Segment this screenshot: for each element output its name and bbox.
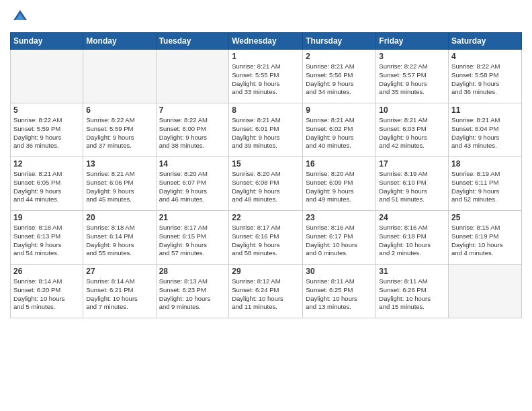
logo-icon (10, 7, 30, 27)
day-info: Sunrise: 8:22 AM Sunset: 6:00 PM Dayligh… (159, 116, 226, 150)
day-number: 25 (451, 213, 519, 222)
week-row-4: 19Sunrise: 8:18 AM Sunset: 6:13 PM Dayli… (11, 211, 522, 265)
day-number: 13 (86, 159, 152, 169)
day-info: Sunrise: 8:22 AM Sunset: 5:59 PM Dayligh… (13, 116, 80, 150)
calendar-cell: 16Sunrise: 8:20 AM Sunset: 6:09 PM Dayli… (303, 157, 376, 211)
day-info: Sunrise: 8:16 AM Sunset: 6:18 PM Dayligh… (379, 224, 445, 258)
day-info: Sunrise: 8:20 AM Sunset: 6:08 PM Dayligh… (232, 170, 300, 204)
calendar-cell: 23Sunrise: 8:16 AM Sunset: 6:17 PM Dayli… (303, 211, 376, 265)
calendar-cell: 21Sunrise: 8:17 AM Sunset: 6:15 PM Dayli… (156, 211, 229, 265)
calendar-cell: 11Sunrise: 8:21 AM Sunset: 6:04 PM Dayli… (449, 103, 522, 157)
calendar-table: SundayMondayTuesdayWednesdayThursdayFrid… (10, 32, 522, 318)
column-header-saturday: Saturday (449, 33, 522, 50)
day-number: 12 (13, 159, 80, 169)
day-number: 17 (379, 159, 445, 169)
day-number: 18 (451, 159, 519, 169)
day-number: 8 (232, 105, 300, 115)
column-header-monday: Monday (83, 33, 156, 50)
day-number: 20 (86, 213, 152, 222)
day-number: 23 (306, 213, 373, 222)
calendar-cell (11, 50, 83, 103)
header (10, 7, 522, 27)
calendar-cell: 4Sunrise: 8:22 AM Sunset: 5:58 PM Daylig… (449, 50, 522, 103)
calendar-cell: 7Sunrise: 8:22 AM Sunset: 6:00 PM Daylig… (156, 103, 229, 157)
calendar-cell: 12Sunrise: 8:21 AM Sunset: 6:05 PM Dayli… (11, 157, 83, 211)
calendar-cell: 5Sunrise: 8:22 AM Sunset: 5:59 PM Daylig… (11, 103, 83, 157)
day-number: 21 (159, 213, 226, 222)
day-number: 1 (232, 52, 300, 61)
week-row-1: 1Sunrise: 8:21 AM Sunset: 5:55 PM Daylig… (11, 50, 522, 103)
column-header-wednesday: Wednesday (229, 33, 303, 50)
calendar-cell: 28Sunrise: 8:13 AM Sunset: 6:23 PM Dayli… (156, 265, 229, 318)
day-number: 24 (379, 213, 445, 222)
column-header-tuesday: Tuesday (156, 33, 229, 50)
day-number: 3 (379, 52, 445, 61)
calendar-cell: 30Sunrise: 8:11 AM Sunset: 6:25 PM Dayli… (303, 265, 376, 318)
day-number: 29 (232, 267, 300, 276)
day-info: Sunrise: 8:20 AM Sunset: 6:09 PM Dayligh… (306, 170, 373, 204)
day-number: 10 (379, 105, 445, 115)
day-info: Sunrise: 8:21 AM Sunset: 5:56 PM Dayligh… (306, 62, 373, 97)
day-info: Sunrise: 8:22 AM Sunset: 5:59 PM Dayligh… (86, 116, 152, 150)
day-info: Sunrise: 8:21 AM Sunset: 6:01 PM Dayligh… (232, 116, 300, 150)
calendar-cell: 17Sunrise: 8:19 AM Sunset: 6:10 PM Dayli… (376, 157, 449, 211)
calendar-cell: 2Sunrise: 8:21 AM Sunset: 5:56 PM Daylig… (303, 50, 376, 103)
day-number: 6 (86, 105, 152, 115)
day-number: 22 (232, 213, 300, 222)
calendar-cell: 24Sunrise: 8:16 AM Sunset: 6:18 PM Dayli… (376, 211, 449, 265)
calendar-cell: 1Sunrise: 8:21 AM Sunset: 5:55 PM Daylig… (229, 50, 303, 103)
day-info: Sunrise: 8:18 AM Sunset: 6:14 PM Dayligh… (86, 224, 152, 258)
logo (10, 7, 33, 27)
calendar-cell: 20Sunrise: 8:18 AM Sunset: 6:14 PM Dayli… (83, 211, 156, 265)
calendar-cell: 25Sunrise: 8:15 AM Sunset: 6:19 PM Dayli… (449, 211, 522, 265)
day-info: Sunrise: 8:22 AM Sunset: 5:57 PM Dayligh… (379, 62, 445, 97)
calendar-cell: 19Sunrise: 8:18 AM Sunset: 6:13 PM Dayli… (11, 211, 83, 265)
day-info: Sunrise: 8:21 AM Sunset: 6:02 PM Dayligh… (306, 116, 373, 150)
day-info: Sunrise: 8:19 AM Sunset: 6:10 PM Dayligh… (379, 170, 445, 204)
calendar-cell: 8Sunrise: 8:21 AM Sunset: 6:01 PM Daylig… (229, 103, 303, 157)
calendar-cell: 6Sunrise: 8:22 AM Sunset: 5:59 PM Daylig… (83, 103, 156, 157)
calendar-cell: 14Sunrise: 8:20 AM Sunset: 6:07 PM Dayli… (156, 157, 229, 211)
day-number: 11 (451, 105, 519, 115)
day-info: Sunrise: 8:11 AM Sunset: 6:25 PM Dayligh… (306, 277, 373, 312)
day-info: Sunrise: 8:14 AM Sunset: 6:21 PM Dayligh… (86, 277, 152, 312)
day-info: Sunrise: 8:22 AM Sunset: 5:58 PM Dayligh… (451, 62, 519, 97)
day-info: Sunrise: 8:21 AM Sunset: 5:55 PM Dayligh… (232, 62, 300, 97)
calendar-cell: 27Sunrise: 8:14 AM Sunset: 6:21 PM Dayli… (83, 265, 156, 318)
day-number: 7 (159, 105, 226, 115)
day-info: Sunrise: 8:21 AM Sunset: 6:05 PM Dayligh… (13, 170, 80, 204)
day-info: Sunrise: 8:21 AM Sunset: 6:04 PM Dayligh… (451, 116, 519, 150)
column-header-sunday: Sunday (11, 33, 83, 50)
calendar-cell: 13Sunrise: 8:21 AM Sunset: 6:06 PM Dayli… (83, 157, 156, 211)
week-row-5: 26Sunrise: 8:14 AM Sunset: 6:20 PM Dayli… (11, 265, 522, 318)
day-number: 14 (159, 159, 226, 169)
day-number: 26 (13, 267, 80, 276)
day-number: 9 (306, 105, 373, 115)
day-info: Sunrise: 8:20 AM Sunset: 6:07 PM Dayligh… (159, 170, 226, 204)
calendar-cell: 26Sunrise: 8:14 AM Sunset: 6:20 PM Dayli… (11, 265, 83, 318)
day-number: 15 (232, 159, 300, 169)
calendar-cell: 15Sunrise: 8:20 AM Sunset: 6:08 PM Dayli… (229, 157, 303, 211)
day-info: Sunrise: 8:21 AM Sunset: 6:06 PM Dayligh… (86, 170, 152, 204)
day-number: 2 (306, 52, 373, 61)
week-row-2: 5Sunrise: 8:22 AM Sunset: 5:59 PM Daylig… (11, 103, 522, 157)
column-header-friday: Friday (376, 33, 449, 50)
day-info: Sunrise: 8:11 AM Sunset: 6:26 PM Dayligh… (379, 277, 445, 312)
day-number: 16 (306, 159, 373, 169)
day-info: Sunrise: 8:21 AM Sunset: 6:03 PM Dayligh… (379, 116, 445, 150)
day-info: Sunrise: 8:14 AM Sunset: 6:20 PM Dayligh… (13, 277, 80, 312)
day-number: 19 (13, 213, 80, 222)
day-number: 31 (379, 267, 445, 276)
calendar-cell: 22Sunrise: 8:17 AM Sunset: 6:16 PM Dayli… (229, 211, 303, 265)
calendar-cell: 31Sunrise: 8:11 AM Sunset: 6:26 PM Dayli… (376, 265, 449, 318)
column-header-thursday: Thursday (303, 33, 376, 50)
day-info: Sunrise: 8:17 AM Sunset: 6:16 PM Dayligh… (232, 224, 300, 258)
day-number: 4 (451, 52, 519, 61)
calendar-cell: 3Sunrise: 8:22 AM Sunset: 5:57 PM Daylig… (376, 50, 449, 103)
day-number: 28 (159, 267, 226, 276)
calendar-header-row: SundayMondayTuesdayWednesdayThursdayFrid… (11, 33, 522, 50)
day-info: Sunrise: 8:18 AM Sunset: 6:13 PM Dayligh… (13, 224, 80, 258)
week-row-3: 12Sunrise: 8:21 AM Sunset: 6:05 PM Dayli… (11, 157, 522, 211)
day-info: Sunrise: 8:17 AM Sunset: 6:15 PM Dayligh… (159, 224, 226, 258)
day-info: Sunrise: 8:13 AM Sunset: 6:23 PM Dayligh… (159, 277, 226, 312)
